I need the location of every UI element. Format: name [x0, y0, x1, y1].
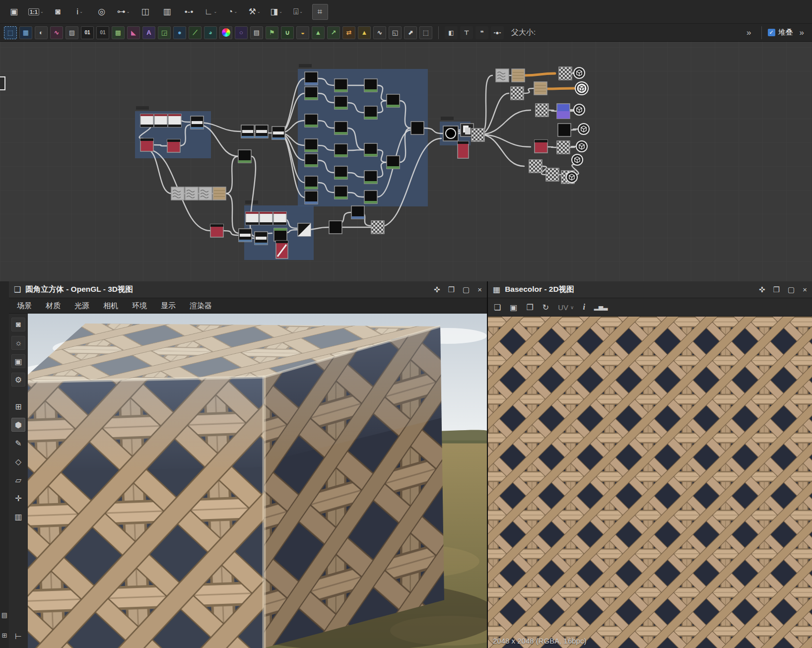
close-icon[interactable]: × — [803, 285, 807, 294]
light-icon[interactable]: ☼ — [11, 336, 25, 350]
paint-icon[interactable]: ◨⌄ — [269, 4, 284, 20]
maximize-icon[interactable]: ▢ — [788, 285, 795, 294]
graph-node[interactable] — [274, 228, 287, 241]
histogram-scan-icon[interactable]: ▲ — [312, 26, 325, 39]
render-3d[interactable] — [28, 314, 487, 648]
texture-2d[interactable] — [488, 317, 812, 648]
graph-node[interactable] — [546, 168, 559, 181]
graph-node[interactable] — [335, 186, 347, 199]
graph-node[interactable] — [305, 87, 318, 100]
dock-grid-icon[interactable]: ▤ — [1, 611, 7, 619]
environment-image-icon[interactable]: ▣ — [11, 354, 25, 368]
graph-node[interactable] — [213, 187, 226, 200]
graph-node[interactable] — [305, 176, 318, 189]
camera-icon[interactable]: ◙ — [11, 318, 25, 331]
uv-layers-icon[interactable]: ▱ — [11, 473, 25, 487]
output-cube-badge[interactable] — [566, 172, 577, 183]
graph-node[interactable] — [329, 221, 342, 234]
graph-node[interactable] — [387, 94, 400, 107]
graph-node[interactable] — [238, 150, 251, 163]
dot-node-icon[interactable]: -●- — [491, 26, 504, 39]
reload-image-icon[interactable]: ↻ — [542, 303, 549, 312]
graph-node[interactable] — [335, 166, 347, 179]
graph-node[interactable] — [305, 154, 318, 167]
graph-node[interactable] — [168, 114, 181, 127]
graph-node[interactable] — [255, 125, 268, 138]
graph-node[interactable] — [364, 106, 377, 119]
stack-toggle[interactable]: ✓堆叠 — [768, 28, 793, 37]
graph-node[interactable] — [167, 139, 180, 152]
backdrop-icon[interactable]: ◧ — [445, 26, 458, 39]
graph-node[interactable] — [239, 229, 252, 242]
graph-node[interactable] — [260, 212, 272, 225]
graph-node[interactable] — [335, 96, 347, 109]
graph-node[interactable] — [305, 114, 318, 127]
dots-01-icon[interactable]: 01 — [96, 26, 109, 39]
flood-fill-icon[interactable]: ▩ — [112, 26, 125, 39]
gradient-flag-icon[interactable]: ⚑ — [266, 26, 278, 39]
split-view-icon[interactable]: ◫ — [137, 4, 153, 20]
wire-cube-icon[interactable]: ◇ — [11, 454, 25, 468]
image-info-icon[interactable]: i — [583, 303, 585, 312]
graph-node[interactable] — [557, 141, 570, 154]
graph-node[interactable] — [411, 122, 424, 134]
uv-mode-dropdown[interactable]: UV∨ — [558, 303, 574, 312]
curve-node-icon[interactable]: ⟋ — [189, 26, 202, 39]
graph-node[interactable] — [536, 104, 548, 117]
grid-snap-icon[interactable]: ⌗ — [312, 4, 328, 20]
blur-node-icon[interactable]: ● — [173, 26, 186, 39]
maximize-icon[interactable]: ▢ — [463, 285, 470, 294]
graph-node[interactable] — [140, 114, 153, 127]
select-box-icon[interactable]: ⬚ — [419, 26, 432, 39]
info-icon[interactable]: i⌄ — [72, 4, 88, 20]
menu-3d-item-3[interactable]: 相机 — [103, 301, 118, 311]
output-cube-badge[interactable] — [576, 141, 587, 152]
graph-node[interactable] — [558, 124, 571, 136]
menu-3d-item-6[interactable]: 渲染器 — [190, 301, 212, 311]
output-cube-badge[interactable] — [574, 104, 585, 115]
graph-node[interactable] — [364, 79, 377, 92]
link-params-icon[interactable]: ⊶⌄ — [116, 4, 132, 20]
screenshot-icon[interactable]: ◙ — [50, 4, 66, 20]
menu-3d-item-0[interactable]: 场景 — [17, 301, 32, 311]
graph-node[interactable] — [364, 143, 377, 156]
hsl-node-icon[interactable]: ○ — [235, 26, 248, 39]
float-window-icon[interactable]: ❐ — [773, 285, 780, 294]
pin-note-icon[interactable]: ⊤ — [460, 26, 473, 39]
graph-node[interactable] — [387, 156, 400, 169]
tile-sampler-icon[interactable]: ▦ — [19, 26, 32, 39]
toolbar-overflow-button[interactable]: » — [796, 28, 808, 38]
close-icon[interactable]: × — [477, 285, 482, 294]
graph-node[interactable] — [557, 104, 570, 119]
timer-icon[interactable]: ◔⌄ — [225, 4, 241, 20]
graph-node[interactable] — [185, 187, 198, 200]
graph-node[interactable] — [364, 171, 377, 184]
graph-node[interactable] — [534, 82, 547, 95]
graph-node[interactable] — [199, 187, 212, 200]
droplet-node-icon[interactable]: ◕ — [204, 26, 217, 39]
graph-node[interactable] — [210, 224, 223, 237]
graph-node[interactable] — [191, 116, 203, 129]
output-cube-badge[interactable] — [578, 124, 589, 134]
graph-node[interactable] — [305, 72, 318, 85]
graph-node[interactable] — [559, 67, 572, 80]
bitmap-icon[interactable]: ▨ — [66, 26, 78, 39]
graph-node[interactable] — [535, 140, 547, 153]
graph-node[interactable] — [273, 212, 286, 225]
node-graph-canvas[interactable] — [0, 42, 812, 281]
graph-node[interactable] — [171, 187, 184, 200]
graph-node[interactable] — [335, 144, 347, 157]
graph-node[interactable] — [335, 122, 347, 134]
toolbar-overflow-button[interactable]: » — [743, 28, 755, 38]
stack-checkbox[interactable]: ✓ — [768, 29, 775, 36]
height-blend-icon[interactable]: ∪ — [281, 26, 294, 39]
crop-box-icon[interactable]: ◱ — [389, 26, 402, 39]
pin-icon[interactable]: ✜ — [434, 285, 440, 294]
histogram-icon[interactable]: ▂▅▃ — [594, 304, 608, 311]
transform-node-icon[interactable]: ◲ — [158, 26, 171, 39]
output-cube-badge[interactable] — [574, 67, 585, 78]
save-image-icon[interactable]: ▣ — [510, 303, 517, 312]
dock-tree-icon[interactable]: ⊞ — [2, 632, 7, 639]
perspective-grid-icon[interactable]: ⊞ — [11, 399, 25, 413]
graph-node[interactable] — [305, 139, 318, 152]
